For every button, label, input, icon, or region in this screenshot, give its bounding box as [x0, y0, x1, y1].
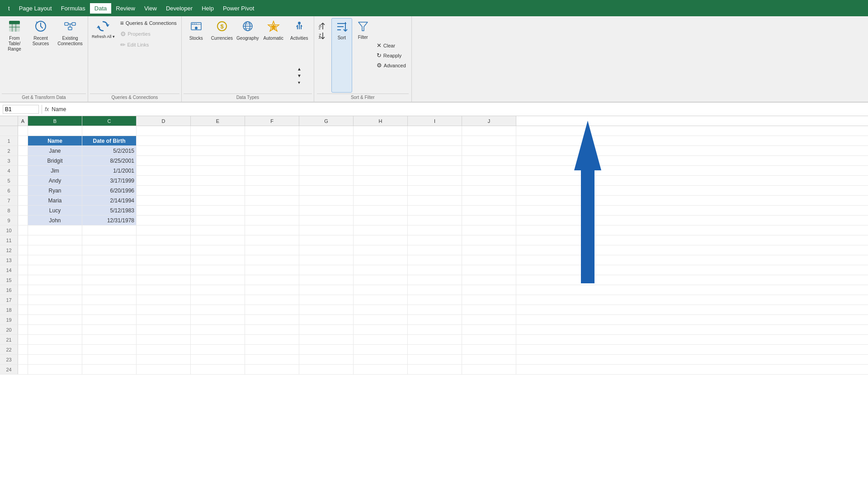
cell-e-5[interactable] — [191, 176, 245, 185]
col-header-f[interactable]: F — [245, 116, 299, 126]
cell-i-4[interactable] — [408, 166, 462, 175]
cell-e-7[interactable] — [191, 196, 245, 205]
sort-button[interactable]: Sort — [331, 18, 352, 93]
cell-a-5[interactable] — [18, 176, 28, 185]
cell-i-7[interactable] — [408, 196, 462, 205]
cell-b-3[interactable]: Bridgit — [28, 156, 82, 165]
cell-h1[interactable] — [354, 126, 408, 136]
cell-j-7[interactable] — [462, 196, 516, 205]
cell-j-9[interactable] — [462, 216, 516, 225]
cell-f-3[interactable] — [245, 156, 299, 165]
cell-h-4[interactable] — [354, 166, 408, 175]
cell-c-8[interactable]: 5/12/1983 — [82, 206, 137, 215]
cell-d-2[interactable] — [137, 146, 191, 155]
geography-button[interactable]: Geography — [235, 18, 260, 58]
cell-h-3[interactable] — [354, 156, 408, 165]
col-header-e[interactable]: E — [191, 116, 245, 126]
cell-c-5[interactable]: 3/17/1999 — [82, 176, 137, 185]
queries-connections-button[interactable]: ≡ Queries & Connections — [118, 18, 179, 28]
cell-i-header[interactable] — [408, 136, 462, 145]
cell-i-8[interactable] — [408, 206, 462, 215]
cell-g-header[interactable] — [299, 136, 354, 145]
clear-button[interactable]: ✕ Clear — [374, 41, 409, 50]
cell-g-9[interactable] — [299, 216, 354, 225]
cell-i-2[interactable] — [408, 146, 462, 155]
cell-c-9[interactable]: 12/31/1978 — [82, 216, 137, 225]
cell-e-6[interactable] — [191, 186, 245, 195]
stocks-button[interactable]: Stocks — [184, 18, 209, 58]
cell-g-2[interactable] — [299, 146, 354, 155]
col-header-i[interactable]: I — [408, 116, 462, 126]
menu-item-data[interactable]: Data — [90, 3, 111, 14]
cell-b-5[interactable]: Andy — [28, 176, 82, 185]
cell-j-3[interactable] — [462, 156, 516, 165]
cell-f-7[interactable] — [245, 196, 299, 205]
cell-c-3[interactable]: 8/25/2001 — [82, 156, 137, 165]
activities-button[interactable]: Activities — [287, 18, 312, 58]
cell-c-2[interactable]: 5/2/2015 — [82, 146, 137, 155]
cell-g-5[interactable] — [299, 176, 354, 185]
cell-f-5[interactable] — [245, 176, 299, 185]
cell-d-3[interactable] — [137, 156, 191, 165]
cell-j-2[interactable] — [462, 146, 516, 155]
existing-connections-button[interactable]: ExistingConnections — [54, 18, 86, 93]
cell-f-9[interactable] — [245, 216, 299, 225]
col-header-d[interactable]: D — [137, 116, 191, 126]
cell-a-3[interactable] — [18, 156, 28, 165]
col-header-h[interactable]: H — [354, 116, 408, 126]
menu-item-developer[interactable]: Developer — [161, 3, 197, 14]
cell-j-6[interactable] — [462, 186, 516, 195]
cell-d-6[interactable] — [137, 186, 191, 195]
datatypes-scroll-down[interactable]: ▼ — [295, 73, 304, 79]
cell-c-7[interactable]: 2/14/1994 — [82, 196, 137, 205]
cell-f-header[interactable] — [245, 136, 299, 145]
refresh-all-label[interactable]: Refresh All ▾ — [90, 34, 117, 40]
cell-a-6[interactable] — [18, 186, 28, 195]
cell-d1[interactable] — [137, 126, 191, 136]
menu-item-help[interactable]: Help — [197, 3, 218, 14]
menu-item-page-layout[interactable]: Page Layout — [14, 3, 57, 14]
cell-h-5[interactable] — [354, 176, 408, 185]
cell-b-6[interactable]: Ryan — [28, 186, 82, 195]
cell-g-7[interactable] — [299, 196, 354, 205]
col-header-j[interactable]: J — [462, 116, 516, 126]
cell-c-header[interactable]: Date of Birth — [82, 136, 137, 145]
currencies-button[interactable]: $ Currencies — [209, 18, 235, 58]
cell-b-9[interactable]: John — [28, 216, 82, 225]
cell-g-3[interactable] — [299, 156, 354, 165]
cell-e-4[interactable] — [191, 166, 245, 175]
cell-i-9[interactable] — [408, 216, 462, 225]
cell-d-8[interactable] — [137, 206, 191, 215]
cell-a-4[interactable] — [18, 166, 28, 175]
cell-h-8[interactable] — [354, 206, 408, 215]
col-header-g[interactable]: G — [299, 116, 354, 126]
menu-item-review[interactable]: Review — [111, 3, 140, 14]
cell-e-9[interactable] — [191, 216, 245, 225]
cell-j-4[interactable] — [462, 166, 516, 175]
cell-i-3[interactable] — [408, 156, 462, 165]
automatic-button[interactable]: Automatic — [261, 18, 286, 58]
cell-g1[interactable] — [299, 126, 354, 136]
sort-za-button[interactable]: Z A — [317, 31, 330, 40]
cell-b-7[interactable]: Maria — [28, 196, 82, 205]
cell-h-6[interactable] — [354, 186, 408, 195]
cell-a-header[interactable] — [18, 136, 28, 145]
col-header-a[interactable]: A — [18, 116, 28, 126]
cell-d-header[interactable] — [137, 136, 191, 145]
cell-i-5[interactable] — [408, 176, 462, 185]
recent-sources-button[interactable]: RecentSources — [28, 18, 53, 93]
refresh-all-button[interactable]: Refresh All ▾ — [90, 18, 117, 40]
col-header-c[interactable]: C — [82, 116, 137, 126]
menu-item-formulas[interactable]: Formulas — [57, 3, 90, 14]
cell-f-8[interactable] — [245, 206, 299, 215]
cell-d-9[interactable] — [137, 216, 191, 225]
col-header-b[interactable]: B — [28, 116, 82, 126]
cell-j-header[interactable] — [462, 136, 516, 145]
cell-a-8[interactable] — [18, 206, 28, 215]
cell-f-6[interactable] — [245, 186, 299, 195]
advanced-button[interactable]: ⚙ Advanced — [374, 61, 409, 70]
cell-e-8[interactable] — [191, 206, 245, 215]
datatypes-scroll-up[interactable]: ▲ — [295, 66, 304, 72]
cell-j-5[interactable] — [462, 176, 516, 185]
cell-c1[interactable] — [82, 126, 137, 136]
